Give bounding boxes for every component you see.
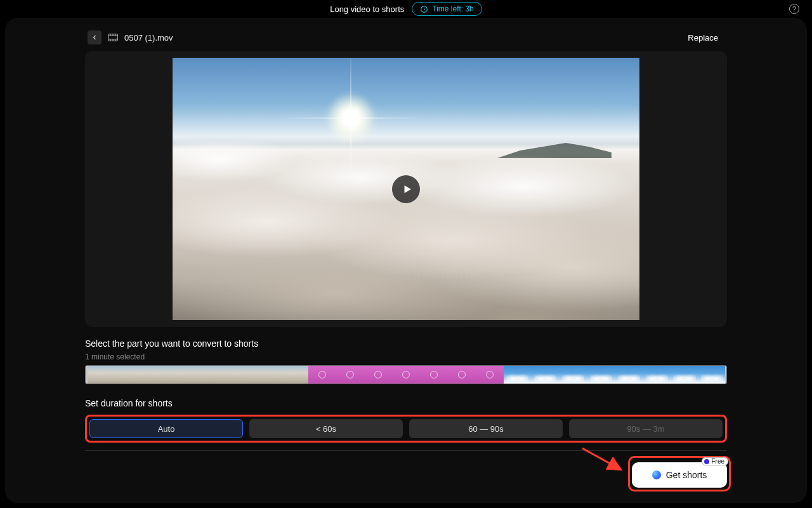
annotation-arrow-icon (581, 447, 625, 472)
clock-icon (420, 5, 428, 13)
duration-option-60s[interactable]: < 60s (249, 419, 403, 438)
help-icon[interactable]: ? (789, 4, 799, 14)
duration-option-60-90[interactable]: 60 — 90s (409, 419, 563, 438)
timeline-thumb (280, 366, 308, 384)
duration-title: Set duration for shorts (85, 398, 727, 408)
timeline-thumb (615, 366, 643, 384)
get-shorts-label: Get shorts (666, 470, 707, 480)
annotation-highlight: Auto < 60s 60 — 90s 90s — 3m (85, 415, 727, 443)
timeline-thumb (252, 366, 280, 384)
selection-status: 1 minute selected (85, 352, 727, 361)
get-shorts-button[interactable]: Get shorts (632, 462, 727, 488)
duration-option-auto[interactable]: Auto (89, 419, 243, 438)
timeline-thumb (225, 366, 253, 384)
timeline-thumb (169, 366, 197, 384)
timeline-thumb (448, 366, 476, 384)
timeline-thumb (308, 366, 336, 384)
timeline-thumb (559, 366, 587, 384)
play-button[interactable] (392, 175, 420, 203)
timeline-thumb (476, 366, 504, 384)
duration-option-90-3m: 90s — 3m (569, 419, 723, 438)
chevron-left-icon (91, 34, 98, 41)
preview-decoration (173, 142, 639, 320)
timeline-thumb (532, 366, 560, 384)
timeline-thumb (671, 366, 698, 384)
timeline-scrubber[interactable] (85, 365, 727, 384)
page-title: Long video to shorts (330, 4, 404, 14)
timeline-thumb (141, 366, 169, 384)
time-left-badge: Time left: 3h (412, 2, 482, 16)
timeline-thumb (364, 366, 392, 384)
timeline-thumb (420, 366, 448, 384)
back-button[interactable] (88, 30, 102, 44)
timeline-thumb (392, 366, 420, 384)
timeline-thumb (698, 366, 726, 384)
badge-dot-icon (704, 459, 709, 464)
sparkle-icon (652, 471, 661, 479)
selection-title: Select the part you want to convert to s… (85, 338, 727, 349)
timeline-thumb (336, 366, 364, 384)
timeline-thumb (587, 366, 615, 384)
replace-button[interactable]: Replace (688, 33, 718, 43)
file-name: 0507 (1).mov (124, 33, 173, 43)
video-file-icon (108, 34, 118, 41)
video-preview[interactable] (173, 58, 639, 320)
timeline-thumb (114, 366, 141, 384)
timeline-thumb (86, 366, 114, 384)
timeline-thumb (197, 366, 225, 384)
timeline-thumb (643, 366, 671, 384)
main-card: 0507 (1).mov Replace Select the part you… (5, 18, 807, 503)
timeline-thumb (504, 366, 532, 384)
free-badge: Free (702, 457, 728, 465)
preview-decoration (322, 90, 379, 147)
video-preview-area (85, 51, 727, 327)
duration-options: Auto < 60s 60 — 90s 90s — 3m (89, 419, 723, 438)
play-icon (402, 184, 413, 195)
